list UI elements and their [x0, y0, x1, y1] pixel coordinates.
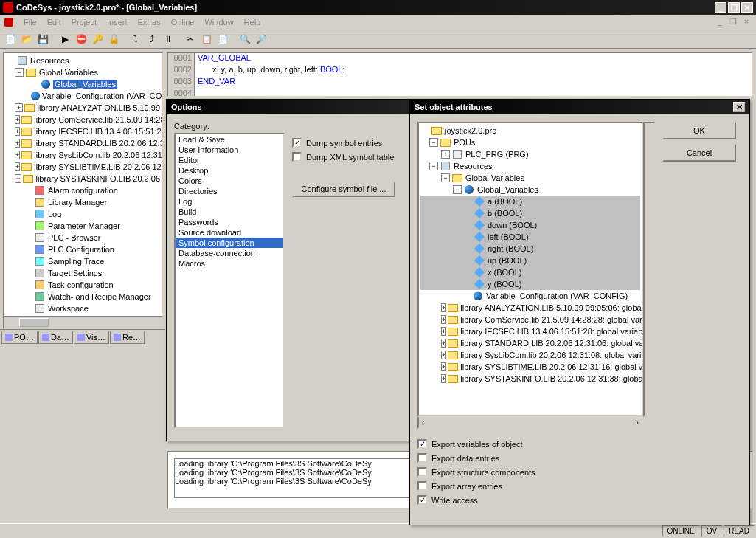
attrib-lib[interactable]: library SYSTASKINFO.LIB 20.2.06 12:31:38… — [460, 374, 643, 383]
login-button[interactable]: 🔑 — [90, 32, 105, 46]
menu-insert[interactable]: Insert — [107, 18, 128, 27]
attrib-var[interactable]: y (BOOL) — [487, 280, 522, 289]
maximize-button[interactable]: ❐ — [728, 2, 740, 13]
tree-item[interactable]: Alarm configuration — [47, 186, 119, 195]
attrib-var[interactable]: a (BOOL) — [487, 197, 523, 206]
attrib-var[interactable]: left (BOOL) — [487, 232, 530, 241]
tree-item[interactable]: Library Manager — [47, 198, 108, 207]
attrib-resources[interactable]: Resources — [453, 162, 493, 170]
configure-symbol-button[interactable]: Configure symbol file ... — [292, 181, 395, 197]
tree-gv-item[interactable]: Global_Variables — [53, 80, 117, 89]
cut-button[interactable]: ✂ — [183, 32, 198, 46]
tree-varconfig[interactable]: Variable_Configuration (VAR_CONFIG) — [41, 92, 162, 100]
attrib-gv[interactable]: Global_Variables — [476, 185, 539, 194]
write-access-checkbox[interactable]: ✓ — [417, 495, 427, 505]
attrib-tree[interactable]: joystick2.0.pro −POUs +PLC_PRG (PRG) −Re… — [417, 122, 643, 417]
attrib-varconfig[interactable]: Variable_Configuration (VAR_CONFIG) — [485, 292, 628, 300]
cat-item[interactable]: Database-connection — [176, 248, 283, 258]
new-button[interactable]: 📄 — [3, 32, 18, 46]
cat-item[interactable]: Desktop — [176, 165, 283, 176]
tree-lib[interactable]: library SysLibCom.lib 20.2.06 12:31 — [33, 151, 162, 159]
tree-lib[interactable]: library ComService.lib 21.5.09 14:28 — [33, 115, 162, 124]
tree-item[interactable]: Task configuration — [47, 280, 114, 289]
attrib-vscroll[interactable] — [643, 122, 655, 417]
tree-lib[interactable]: library SYSTASKINFO.LIB 20.2.06 — [35, 174, 161, 183]
cat-item[interactable]: Log — [176, 196, 283, 207]
export-struct-checkbox[interactable] — [417, 467, 427, 477]
cat-item[interactable]: Macros — [176, 258, 283, 269]
resources-tree[interactable]: Resources −Global Variables Global_Varia… — [4, 53, 162, 316]
attrib-var[interactable]: right (BOOL) — [487, 244, 534, 253]
menu-window[interactable]: Window — [204, 18, 233, 27]
export-vars-checkbox[interactable]: ✓ — [417, 439, 427, 449]
tree-item[interactable]: PLC - Browser — [47, 233, 102, 242]
cat-item-symbol[interactable]: Symbol configuration — [176, 238, 283, 248]
cat-item[interactable]: Source download — [176, 227, 283, 238]
tree-item[interactable]: Parameter Manager — [47, 221, 121, 230]
logout-button[interactable]: 🔓 — [106, 32, 121, 46]
ok-button[interactable]: OK — [662, 122, 736, 139]
attrib-close-button[interactable]: ✕ — [733, 102, 745, 112]
cat-item[interactable]: Colors — [176, 176, 283, 186]
attrib-plcprg[interactable]: PLC_PRG (PRG) — [465, 150, 530, 159]
tree-item[interactable]: Target Settings — [47, 269, 103, 277]
mdi-minimize-icon[interactable]: _ — [715, 17, 725, 27]
export-array-checkbox[interactable] — [417, 481, 427, 491]
attrib-proj[interactable]: joystick2.0.pro — [444, 126, 497, 135]
code-editor[interactable]: 0001VAR_GLOBAL 0002x, y, a, b, up, down,… — [167, 52, 753, 97]
menu-help[interactable]: Help — [244, 18, 261, 27]
attrib-var[interactable]: x (BOOL) — [487, 268, 522, 277]
paste-button[interactable]: 📄 — [215, 32, 230, 46]
category-list[interactable]: Load & Save User Information Editor Desk… — [174, 133, 285, 428]
menu-project[interactable]: Project — [72, 18, 97, 27]
menu-online[interactable]: Online — [171, 18, 195, 27]
tree-item[interactable]: Sampling Trace — [47, 257, 105, 266]
tree-lib[interactable]: library SYSLIBTIME.LIB 20.2.06 12:31 — [33, 162, 162, 171]
findnext-button[interactable]: 🔎 — [254, 32, 268, 46]
mdi-close-icon[interactable]: × — [741, 17, 752, 27]
tab-vis[interactable]: Vis… — [74, 331, 109, 344]
tree-hscroll[interactable] — [4, 316, 162, 328]
dump-xml-checkbox[interactable] — [292, 152, 302, 162]
tree-lib[interactable]: library ANALYZATION.LIB 5.10.99 — [37, 103, 162, 112]
cat-item[interactable]: Directories — [176, 186, 283, 196]
tree-lib[interactable]: library IECSFC.LIB 13.4.06 15:51:28 — [33, 127, 162, 136]
save-button[interactable]: 💾 — [35, 32, 50, 46]
close-button[interactable]: ✕ — [741, 2, 753, 13]
attrib-globalvars[interactable]: Global Variables — [465, 173, 525, 182]
break-button[interactable]: ⏸ — [161, 32, 176, 46]
tab-resources[interactable]: Re… — [110, 331, 145, 344]
tree-lib[interactable]: library STANDARD.LIB 20.2.06 12:31 — [33, 139, 162, 148]
attrib-lib[interactable]: library ComService.lib 21.5.09 14:28:28:… — [460, 315, 643, 324]
cat-item[interactable]: Editor — [176, 155, 283, 165]
tree-item[interactable]: Workspace — [47, 304, 89, 313]
find-button[interactable]: 🔍 — [237, 32, 252, 46]
export-data-checkbox[interactable] — [417, 453, 427, 463]
attrib-pous[interactable]: POUs — [453, 138, 476, 147]
tab-data[interactable]: Da… — [38, 331, 73, 344]
attrib-lib[interactable]: library SYSLIBTIME.LIB 20.2.06 12:31:16:… — [460, 362, 643, 371]
tree-item[interactable]: PLC Configuration — [47, 245, 115, 254]
tree-item[interactable]: Log — [47, 210, 62, 218]
attrib-var[interactable]: up (BOOL) — [487, 256, 527, 265]
cat-item[interactable]: Passwords — [176, 217, 283, 227]
mdi-restore-icon[interactable]: ❐ — [728, 17, 738, 27]
stop-button[interactable]: ⛔ — [74, 32, 89, 46]
step-button[interactable]: ⤵ — [128, 32, 143, 46]
menu-extras[interactable]: Extras — [137, 18, 160, 27]
attrib-lib[interactable]: library ANALYZATION.LIB 5.10.99 09:05:06… — [460, 303, 643, 312]
tab-pous[interactable]: PO… — [1, 331, 38, 344]
stepover-button[interactable]: ⤴ — [145, 32, 159, 46]
attrib-var[interactable]: down (BOOL) — [487, 221, 538, 230]
cat-item[interactable]: User Information — [176, 145, 283, 155]
menu-file[interactable]: File — [24, 18, 37, 27]
run-button[interactable]: ▶ — [58, 32, 72, 46]
copy-button[interactable]: 📋 — [199, 32, 214, 46]
minimize-button[interactable]: _ — [715, 2, 726, 13]
attrib-var[interactable]: b (BOOL) — [487, 209, 523, 218]
attrib-lib[interactable]: library SysLibCom.lib 20.2.06 12:31:08: … — [460, 351, 643, 359]
dump-symbol-checkbox[interactable]: ✓ — [292, 138, 302, 148]
open-button[interactable]: 📂 — [19, 32, 34, 46]
tree-root[interactable]: Resources — [30, 56, 70, 65]
attrib-lib[interactable]: library STANDARD.LIB 20.2.06 12:31:06: g… — [460, 339, 643, 348]
